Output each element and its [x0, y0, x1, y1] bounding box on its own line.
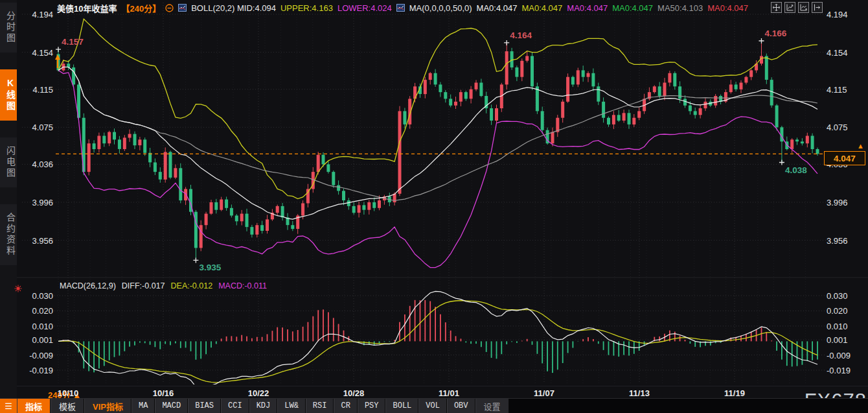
toolbar-tab-OBV[interactable]: OBV: [447, 399, 475, 413]
x-axis-date-0: 10/10: [47, 388, 89, 398]
y-axis-macd-right-0: 0.030: [827, 291, 863, 301]
toolbar-tab-CR[interactable]: CR: [334, 399, 357, 413]
toolbar-tab-LW&[interactable]: LW&: [277, 399, 306, 413]
current-price-value: 4.047: [834, 154, 856, 163]
y-axis-main-right-6: 3.956: [827, 236, 863, 246]
kline-chart-canvas[interactable]: 4.1573.9354.1644.1664.038: [17, 0, 868, 413]
sidebar: 分时图K线图闪电图合约资料: [0, 0, 17, 399]
svg-text:3.935: 3.935: [199, 263, 221, 272]
x-axis-date-7: 11/19: [714, 388, 755, 398]
y-axis-main-left-1: 4.154: [21, 48, 53, 58]
ma-value-3: MA0:4.047: [612, 3, 653, 13]
sidebar-item-3[interactable]: 合约资料: [0, 204, 17, 265]
boll-upper-value: UPPER:4.163: [280, 3, 333, 13]
svg-text:4.164: 4.164: [510, 30, 532, 40]
y-axis-main-left-4: 4.036: [21, 159, 53, 169]
toolbar-tab-PSY[interactable]: PSY: [358, 399, 386, 413]
y-axis-macd-left-4: -0.009: [21, 351, 53, 360]
toolbar-tab-模板[interactable]: 模板: [51, 399, 84, 413]
y-axis-main-right-1: 4.154: [827, 48, 863, 58]
chart-pan-icon[interactable]: [798, 2, 809, 13]
ma-value-5: MA0:4.047: [707, 3, 748, 13]
indicator-header: 美债10年收益率【240分】BOLL(20,2) MID:4.094UPPER:…: [57, 2, 748, 14]
current-price-tag: 4.047: [824, 151, 865, 165]
sidebar-item-2[interactable]: 闪电图: [0, 137, 17, 187]
window-controls: [771, 2, 823, 13]
x-axis-date-5: 11/07: [523, 388, 565, 398]
chart-zoom-icon[interactable]: [784, 2, 795, 13]
toolbar-tab-VIP指标[interactable]: VIP指标: [84, 399, 131, 413]
x-axis: 240分 ▲10/1010/1610/2210/2811/0111/0711/1…: [17, 386, 868, 399]
y-axis-macd-right-1: 0.020: [827, 306, 863, 316]
macd-diff-value: DIFF:-0.017: [122, 281, 165, 290]
y-axis-main-right-2: 4.115: [827, 85, 863, 95]
ma-indicator-icon[interactable]: [396, 4, 405, 12]
x-axis-date-2: 10/22: [238, 388, 279, 398]
y-axis-main-right-3: 4.075: [827, 123, 863, 132]
chart-period-label[interactable]: 【240分】: [121, 2, 161, 14]
svg-text:4.166: 4.166: [765, 29, 787, 38]
app-root: 分时图K线图闪电图合约资料 4.1573.9354.1644.1664.038 …: [0, 0, 868, 413]
y-axis-macd-left-2: 0.010: [21, 322, 53, 331]
y-axis-macd-right-4: -0.009: [827, 351, 863, 360]
y-axis-main-left-5: 3.996: [21, 198, 53, 207]
toolbar-tab-MACD[interactable]: MACD: [155, 399, 188, 413]
exit-panel-icon[interactable]: [812, 2, 823, 13]
y-axis-main-right-5: 3.996: [827, 198, 863, 207]
y-axis-macd-right-3: 0.001: [827, 335, 863, 345]
svg-text:4.038: 4.038: [785, 165, 807, 175]
y-axis-main-left-6: 3.956: [21, 236, 53, 246]
y-axis-macd-right-2: 0.010: [827, 322, 863, 331]
price-up-arrow-icon: ▲: [857, 142, 864, 150]
crosshair-icon[interactable]: [771, 2, 782, 13]
toolbar-tab-CCI[interactable]: CCI: [221, 399, 249, 413]
macd-header: MACD(26,12,9)DIFF:-0.017DEA:-0.012MACD:-…: [60, 281, 267, 290]
y-axis-macd-left-3: 0.001: [21, 335, 53, 345]
ma-value-0: MA0:4.047: [477, 3, 518, 13]
y-axis-macd-left-5: -0.019: [21, 366, 53, 375]
toolbar-tab-设置[interactable]: 设置: [475, 399, 509, 413]
sidebar-item-1[interactable]: K线图: [0, 69, 17, 121]
y-axis-macd-left-1: 0.020: [21, 306, 53, 316]
toolbar-tab-MA[interactable]: MA: [131, 399, 155, 413]
y-axis-main-left-3: 4.075: [21, 123, 53, 132]
y-axis-main-left-2: 4.115: [21, 85, 53, 95]
svg-text:4.157: 4.157: [62, 37, 84, 47]
hot-indicator-icon[interactable]: [14, 283, 22, 295]
x-axis-date-3: 10/28: [333, 388, 374, 398]
x-axis-date-4: 11/01: [428, 388, 470, 398]
bottom-toolbar: ☰指标模板VIP指标MAMACDBIASCCIKDJLW&RSICRPSYBOL…: [0, 398, 868, 413]
chart-region: 4.1573.9354.1644.1664.038 美债10年收益率【240分】…: [17, 0, 868, 413]
x-axis-date-1: 10/16: [143, 388, 184, 398]
y-axis-main-left-0: 4.194: [21, 10, 53, 19]
hamburger-menu-icon[interactable]: ☰: [0, 399, 17, 413]
ma-value-1: MA0:4.047: [521, 3, 562, 13]
y-axis-macd-right-5: -0.019: [827, 366, 863, 375]
collapse-indicator-icon[interactable]: [165, 4, 174, 12]
y-axis-main-right-0: 4.194: [827, 10, 863, 19]
toolbar-tab-VOL[interactable]: VOL: [418, 399, 447, 413]
toolbar-tab-RSI[interactable]: RSI: [306, 399, 334, 413]
toolbar-tab-BOLL[interactable]: BOLL: [385, 399, 418, 413]
toolbar-tab-BIAS[interactable]: BIAS: [188, 399, 221, 413]
boll-indicator-icon[interactable]: [178, 4, 187, 12]
toolbar-tab-KDJ[interactable]: KDJ: [249, 399, 278, 413]
sidebar-item-0[interactable]: 分时图: [0, 3, 17, 53]
ma-label: MA(0,0,0,0,50,0): [409, 3, 472, 13]
x-axis-date-6: 11/13: [619, 388, 660, 398]
toolbar-tab-指标[interactable]: 指标: [17, 399, 51, 413]
boll-values: BOLL(20,2) MID:4.094: [191, 3, 276, 13]
ma-value-2: MA0:4.047: [567, 3, 608, 13]
macd-params: MACD(26,12,9): [60, 281, 116, 290]
y-axis-macd-left-0: 0.030: [21, 291, 53, 301]
macd-macd-value: MACD:-0.011: [218, 281, 267, 290]
ma-value-4: MA50:4.103: [657, 3, 703, 13]
boll-lower-value: LOWER:4.024: [337, 3, 392, 13]
macd-dea-value: DEA:-0.012: [171, 281, 213, 290]
chart-title: 美债10年收益率: [57, 2, 117, 14]
